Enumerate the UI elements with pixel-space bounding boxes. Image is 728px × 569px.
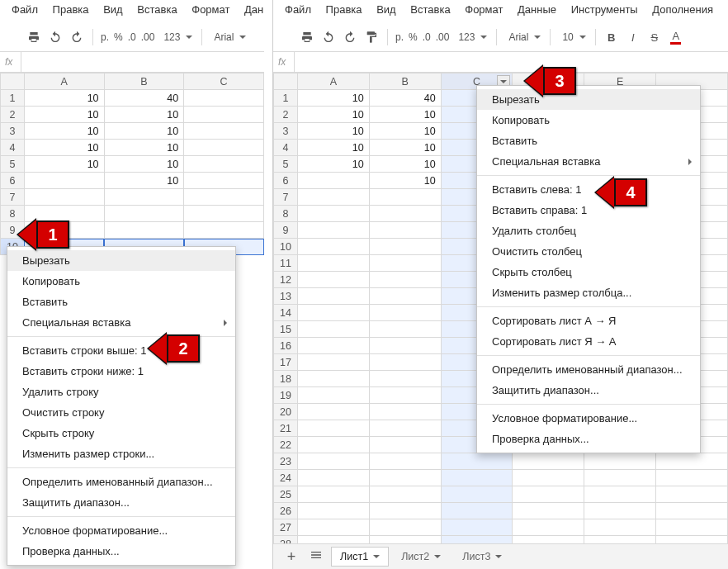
row-header[interactable]: 22 xyxy=(274,437,298,453)
cell[interactable] xyxy=(584,470,656,486)
format-percent[interactable]: % xyxy=(114,31,123,43)
cell[interactable] xyxy=(184,222,264,239)
cell[interactable]: 10 xyxy=(104,123,184,140)
cell[interactable]: 10 xyxy=(369,107,441,123)
row-header[interactable]: 27 xyxy=(274,519,298,536)
cell[interactable] xyxy=(24,173,104,189)
row-header[interactable]: 6 xyxy=(274,173,298,189)
cell[interactable]: 10 xyxy=(369,173,441,189)
text-color-icon[interactable]: A xyxy=(668,29,684,45)
format-more[interactable]: 123 xyxy=(157,29,196,45)
cell[interactable] xyxy=(184,189,264,206)
cell[interactable] xyxy=(297,272,369,288)
format-inc-dec[interactable]: .00 xyxy=(436,31,450,43)
format-dec-dec[interactable]: .0 xyxy=(128,31,136,43)
cell[interactable] xyxy=(297,206,369,222)
menu-view[interactable]: Вид xyxy=(376,3,396,16)
cell[interactable] xyxy=(369,420,441,437)
italic-icon[interactable]: I xyxy=(625,29,641,45)
cell[interactable]: 10 xyxy=(297,140,369,156)
undo-icon[interactable] xyxy=(320,29,337,45)
ctx-hide-row[interactable]: Скрыть строку xyxy=(7,423,235,443)
cell[interactable] xyxy=(184,140,264,156)
menu-file[interactable]: Файл xyxy=(285,3,311,16)
cell[interactable] xyxy=(297,305,369,321)
cell[interactable] xyxy=(104,189,184,206)
cell[interactable] xyxy=(369,437,441,453)
cell[interactable] xyxy=(104,222,184,239)
ctx-data-validation[interactable]: Проверка данных... xyxy=(7,541,235,562)
redo-icon[interactable] xyxy=(342,29,358,45)
cell[interactable] xyxy=(369,255,441,272)
cell[interactable] xyxy=(584,519,656,536)
ctx-cut[interactable]: Вырезать xyxy=(7,250,235,271)
cell[interactable] xyxy=(297,239,369,255)
menu-format[interactable]: Формат xyxy=(465,3,503,16)
cell[interactable] xyxy=(184,107,264,123)
cell[interactable] xyxy=(184,173,264,189)
ctx-paste[interactable]: Вставить xyxy=(7,292,235,312)
row-header[interactable]: 14 xyxy=(274,305,298,321)
cell[interactable] xyxy=(584,503,656,519)
row-header[interactable]: 2 xyxy=(1,107,25,123)
cell[interactable]: 10 xyxy=(24,156,104,173)
ctx-named-range[interactable]: Определить именованный диапазон... xyxy=(7,472,235,492)
row-header[interactable]: 3 xyxy=(1,123,25,140)
row-header[interactable]: 20 xyxy=(274,404,298,420)
cell[interactable] xyxy=(369,206,441,222)
menu-insert[interactable]: Вставка xyxy=(137,3,177,16)
ctx-sort-za[interactable]: Сортировать лист Я → А xyxy=(477,331,700,352)
row-context-menu[interactable]: Вырезать Копировать Вставить Специальная… xyxy=(7,246,236,566)
cell[interactable] xyxy=(297,486,369,503)
ctx-protect-range[interactable]: Защитить диапазон... xyxy=(477,380,700,401)
cell[interactable]: 10 xyxy=(104,140,184,156)
row-header[interactable]: 19 xyxy=(274,387,298,404)
format-percent[interactable]: % xyxy=(409,31,418,43)
menu-edit[interactable]: Правка xyxy=(53,3,89,16)
cell[interactable] xyxy=(656,486,728,503)
cell[interactable] xyxy=(369,321,441,338)
cell[interactable] xyxy=(297,321,369,338)
row-header[interactable]: 21 xyxy=(274,420,298,437)
row-header[interactable]: 4 xyxy=(274,140,298,156)
menu-edit[interactable]: Правка xyxy=(326,3,362,16)
menu-insert[interactable]: Вставка xyxy=(410,3,450,16)
cell[interactable]: 10 xyxy=(297,107,369,123)
column-header[interactable]: C xyxy=(184,73,264,90)
font-picker[interactable]: Arial xyxy=(207,29,250,45)
cell[interactable] xyxy=(441,470,513,486)
cell[interactable]: 10 xyxy=(24,107,104,123)
cell[interactable]: 10 xyxy=(369,156,441,173)
row-header[interactable]: 23 xyxy=(274,453,298,470)
column-header[interactable]: A xyxy=(24,73,104,90)
cell[interactable] xyxy=(656,470,728,486)
cell[interactable] xyxy=(297,354,369,371)
format-more[interactable]: 123 xyxy=(451,29,491,45)
cell[interactable] xyxy=(369,338,441,354)
format-inc-dec[interactable]: .00 xyxy=(141,31,155,43)
ctx-clear-row[interactable]: Очистить строку xyxy=(7,402,235,423)
cell[interactable] xyxy=(513,486,584,503)
cell[interactable] xyxy=(656,503,728,519)
ctx-insert-left[interactable]: Вставить слева: 1 xyxy=(477,179,700,200)
cell[interactable] xyxy=(441,453,513,470)
cell[interactable] xyxy=(24,189,104,206)
cell[interactable] xyxy=(513,503,584,519)
ctx-resize-row[interactable]: Изменить размер строки... xyxy=(7,443,235,464)
ctx-protect-range[interactable]: Защитить диапазон... xyxy=(7,492,235,513)
cell[interactable] xyxy=(369,288,441,305)
cell[interactable] xyxy=(369,470,441,486)
ctx-clear-col[interactable]: Очистить столбец xyxy=(477,241,700,262)
cell[interactable]: 10 xyxy=(297,90,369,107)
cell[interactable] xyxy=(297,503,369,519)
strike-icon[interactable]: S xyxy=(646,29,663,45)
cell[interactable] xyxy=(369,453,441,470)
cell[interactable] xyxy=(369,222,441,239)
cell[interactable] xyxy=(369,354,441,371)
cell[interactable] xyxy=(441,519,513,536)
ctx-delete-col[interactable]: Удалить столбец xyxy=(477,220,700,241)
row-header[interactable]: 1 xyxy=(274,90,298,107)
row-header[interactable]: 7 xyxy=(1,189,25,206)
cell[interactable] xyxy=(297,173,369,189)
menu-view[interactable]: Вид xyxy=(103,3,123,16)
